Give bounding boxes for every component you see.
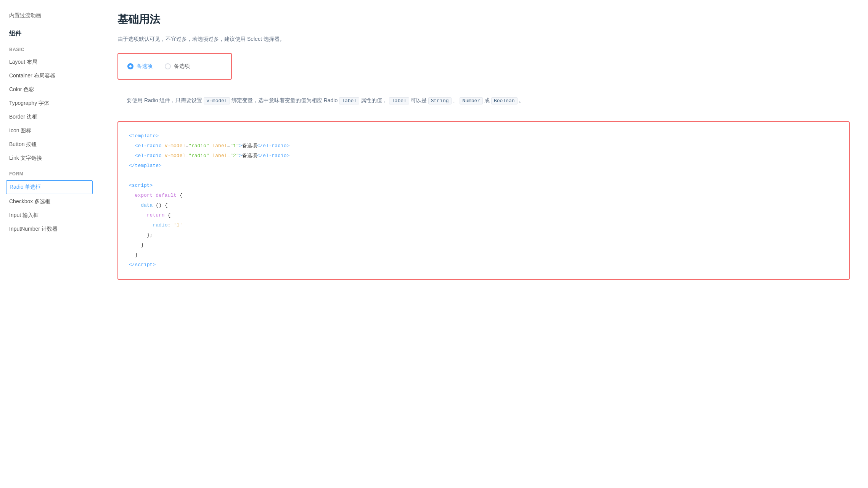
code-line-7: export default { [129,191,838,201]
sidebar-item-color[interactable]: Color 色彩 [0,83,99,96]
code-line-1: <template> [129,131,838,141]
radio-group: 备选项 备选项 [127,63,222,70]
sidebar-item-layout[interactable]: Layout 布局 [0,55,99,69]
sidebar-item-icon[interactable]: Icon 图标 [0,124,99,138]
description-block: 要使用 Radio 组件，只需要设置 v-model 绑定变量，选中意味着变量的… [117,89,850,112]
desc-code-number: Number [460,97,483,104]
sidebar-item-button[interactable]: Button 按钮 [0,138,99,151]
desc-text-4: 可以是 [411,97,427,103]
radio-item-2[interactable]: 备选项 [165,63,190,70]
desc-text-7: 。 [519,97,524,103]
sidebar-item-transition[interactable]: 内置过渡动画 [0,9,99,22]
desc-text-1: 要使用 Radio 组件，只需要设置 [127,97,202,103]
code-line-10: radio: '1' [129,220,838,230]
sidebar-item-checkbox[interactable]: Checkbox 多选框 [0,195,99,209]
code-line-5 [129,171,838,181]
code-line-13: } [129,250,838,260]
desc-text-6: 或 [484,97,490,103]
sidebar-item-typography[interactable]: Typography 字体 [0,96,99,110]
sidebar-item-link[interactable]: Link 文字链接 [0,151,99,165]
desc-code-boolean: Boolean [491,97,518,104]
desc-text-3: 属性的值， [361,97,387,103]
radio-label-2: 备选项 [174,63,190,70]
page-title: 基础用法 [117,12,850,27]
code-line-9: return { [129,210,838,220]
page-description: 由于选项默认可见，不宜过多，若选项过多，建议使用 Select 选择器。 [117,34,850,44]
desc-code-label2: label [389,97,409,104]
sidebar: 内置过渡动画 组件 Basic Layout 布局 Container 布局容器… [0,0,99,488]
desc-code-vmodel: v-model [204,97,230,104]
desc-code-string: String [428,97,452,104]
sidebar-item-radio[interactable]: Radio 单选框 [6,180,93,194]
demo-box: 备选项 备选项 [117,53,232,80]
code-line-4: </template> [129,161,838,171]
code-line-12: } [129,240,838,250]
radio-circle-2 [165,63,171,69]
sidebar-item-border[interactable]: Border 边框 [0,110,99,124]
code-line-11: }; [129,230,838,240]
sidebar-section-form: Form [0,165,99,180]
radio-label-1: 备选项 [137,63,153,70]
radio-circle-1 [127,63,133,69]
sidebar-section-basic: Basic [0,41,99,55]
code-line-2: <el-radio v-model="radio" label="1">备选项<… [129,141,838,151]
desc-text-5: 、 [453,97,458,103]
sidebar-item-inputnumber[interactable]: InputNumber 计数器 [0,222,99,236]
code-line-6: <script> [129,181,838,191]
radio-item-1[interactable]: 备选项 [127,63,153,70]
main-content: 基础用法 由于选项默认可见，不宜过多，若选项过多，建议使用 Select 选择器… [99,0,868,488]
desc-code-label1: label [339,97,359,104]
code-line-3: <el-radio v-model="radio" label="2">备选项<… [129,151,838,161]
sidebar-item-input[interactable]: Input 输入框 [0,209,99,222]
code-line-14: </script> [129,260,838,270]
desc-text-2: 绑定变量，选中意味着变量的值为相应 Radio [231,97,338,103]
code-line-8: data () { [129,201,838,210]
code-block: <template> <el-radio v-model="radio" lab… [117,121,850,280]
sidebar-label-zujian: 组件 [9,30,21,37]
sidebar-item-container[interactable]: Container 布局容器 [0,69,99,83]
